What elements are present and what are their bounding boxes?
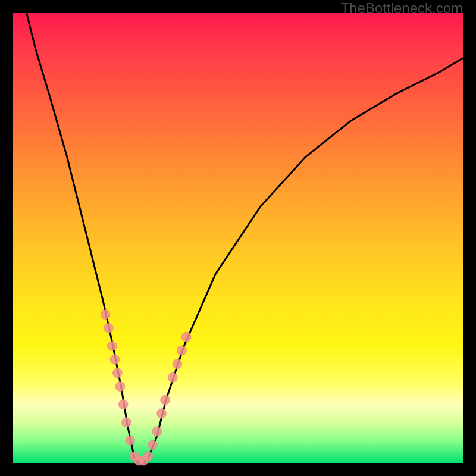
marker-dot — [148, 440, 157, 450]
marker-dot — [107, 341, 117, 350]
bottleneck-curve-svg — [13, 13, 463, 463]
marker-dot — [173, 359, 182, 369]
marker-dot — [110, 355, 120, 364]
marker-dot — [118, 400, 128, 409]
marker-dot — [143, 452, 153, 461]
marker-dot — [101, 310, 110, 320]
curve-markers — [101, 310, 191, 466]
marker-dot — [161, 395, 170, 405]
chart-frame: TheBottleneck.com — [0, 0, 476, 476]
watermark-text: TheBottleneck.com — [341, 0, 463, 17]
plot-gradient-area — [13, 13, 463, 463]
bottleneck-curve — [27, 13, 463, 463]
marker-dot — [112, 368, 122, 378]
marker-dot — [152, 427, 162, 436]
marker-dot — [177, 346, 187, 355]
marker-dot — [168, 372, 177, 382]
marker-dot — [122, 418, 131, 427]
marker-dot — [181, 332, 191, 342]
marker-dot — [157, 409, 167, 418]
marker-dot — [104, 323, 113, 333]
marker-dot — [115, 382, 125, 392]
marker-dot — [126, 436, 135, 445]
